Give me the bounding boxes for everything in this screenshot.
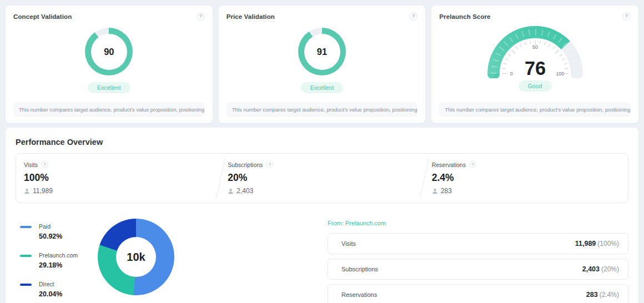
legend-percent: 50.92% bbox=[39, 233, 62, 240]
stat-count-value: 283 bbox=[441, 187, 452, 195]
source-breakdown-table: From: Prelaunch.com Visits 11,989(100%) … bbox=[328, 219, 628, 303]
score-ring-chart: 91 bbox=[298, 28, 346, 75]
score-badge: Good bbox=[519, 80, 552, 92]
stat-reservations: Reservations ? 2.4% 283 bbox=[424, 161, 628, 195]
help-icon[interactable]: ? bbox=[41, 161, 48, 168]
card-title: Concept Validation bbox=[13, 13, 72, 20]
legend-color-dash bbox=[20, 255, 32, 257]
legend-label: Direct bbox=[39, 281, 62, 287]
card-header: Price Validation ? bbox=[227, 12, 418, 21]
concept-validation-card: Concept Validation ? 90 Excellent This n… bbox=[6, 6, 213, 123]
score-value: 76 bbox=[525, 58, 546, 78]
traffic-donut: 10k bbox=[98, 219, 174, 295]
gauge-min-label: 0 bbox=[510, 71, 513, 77]
legend-color-dash bbox=[20, 284, 32, 286]
donut-center-total: 10k bbox=[116, 237, 156, 277]
panel-title: Performance Overview bbox=[16, 138, 628, 147]
stat-label: Visits bbox=[24, 161, 38, 168]
row-percent: (2.4%) bbox=[600, 291, 619, 299]
person-icon bbox=[24, 188, 30, 194]
gauge-mid-label: 50 bbox=[532, 44, 538, 50]
score-ring-chart: 90 bbox=[85, 28, 133, 75]
legend-percent: 20.04% bbox=[39, 290, 62, 298]
card-header: Prelaunch Score ? bbox=[439, 12, 631, 21]
person-icon bbox=[432, 188, 438, 194]
table-row: Subscriptions 2,403(20%) bbox=[328, 259, 628, 280]
legend-label: Paid bbox=[39, 223, 62, 230]
help-icon[interactable]: ? bbox=[197, 12, 205, 21]
score-cards-row: Concept Validation ? 90 Excellent This n… bbox=[6, 6, 638, 123]
row-value: 11,989(100%) bbox=[575, 240, 619, 248]
help-icon[interactable]: ? bbox=[266, 161, 273, 168]
table-row: Visits 11,989(100%) bbox=[328, 233, 628, 254]
price-validation-card: Price Validation ? 91 Excellent This num… bbox=[219, 6, 426, 123]
stat-count-value: 11,989 bbox=[33, 187, 53, 195]
dashboard-page: Concept Validation ? 90 Excellent This n… bbox=[0, 0, 644, 303]
score-value: 91 bbox=[304, 34, 340, 70]
stat-percent: 2.4% bbox=[432, 172, 628, 184]
person-icon bbox=[228, 188, 234, 194]
card-footer-note: This number compares target audience, pr… bbox=[439, 102, 631, 117]
help-icon[interactable]: ? bbox=[622, 12, 631, 21]
help-icon[interactable]: ? bbox=[469, 161, 476, 168]
gauge-chart: 0 50 100 76 bbox=[481, 22, 590, 80]
stat-visits: Visits ? 100% 11,989 bbox=[16, 161, 220, 195]
prelaunch-score-card: Prelaunch Score ? 0 bbox=[431, 6, 638, 123]
card-footer-note: This number compares target audience, pr… bbox=[227, 102, 418, 117]
row-percent: (20%) bbox=[601, 265, 619, 273]
stat-subscriptions: Subscriptions ? 20% 2,403 bbox=[220, 161, 424, 195]
row-label: Subscriptions bbox=[341, 266, 378, 272]
stat-count-value: 2,403 bbox=[237, 187, 253, 195]
legend-item-paid: Paid 50.92% bbox=[20, 223, 85, 240]
row-label: Visits bbox=[341, 240, 356, 247]
table-row: Reservations 283(2.4%) bbox=[328, 284, 628, 303]
stat-percent: 20% bbox=[228, 172, 424, 184]
funnel-stats-row: Visits ? 100% 11,989 Subscriptions ? 20% bbox=[16, 153, 628, 203]
row-value: 2,403(20%) bbox=[582, 265, 619, 273]
legend-percent: 29.18% bbox=[39, 261, 78, 269]
score-badge: Excellent bbox=[301, 82, 344, 93]
row-percent: (100%) bbox=[597, 240, 619, 248]
score-badge: Excellent bbox=[88, 82, 130, 93]
legend-color-dash bbox=[20, 226, 32, 228]
card-title: Price Validation bbox=[227, 13, 275, 20]
donut-legend: Paid 50.92% Prelaunch.com 29.18% bbox=[20, 219, 85, 303]
stat-label: Reservations bbox=[432, 161, 466, 168]
traffic-donut-block: Paid 50.92% Prelaunch.com 29.18% bbox=[16, 219, 328, 303]
legend-item-prelaunch: Prelaunch.com 29.18% bbox=[20, 252, 85, 269]
performance-overview-panel: Performance Overview Visits ? 100% 11,98… bbox=[6, 128, 638, 303]
card-header: Concept Validation ? bbox=[13, 12, 205, 21]
row-value: 283(2.4%) bbox=[586, 291, 619, 299]
card-footer-note: This number compares target audience, pr… bbox=[13, 102, 205, 117]
card-title: Prelaunch Score bbox=[439, 13, 490, 20]
legend-label: Prelaunch.com bbox=[39, 252, 78, 259]
stat-percent: 100% bbox=[24, 172, 220, 184]
gauge-max-label: 100 bbox=[556, 71, 564, 77]
stat-label: Subscriptions bbox=[228, 161, 263, 168]
help-icon[interactable]: ? bbox=[409, 12, 417, 21]
traffic-section: Paid 50.92% Prelaunch.com 29.18% bbox=[16, 219, 628, 303]
legend-item-direct: Direct 20.04% bbox=[20, 281, 85, 298]
row-label: Reservations bbox=[341, 291, 377, 298]
source-label: From: Prelaunch.com bbox=[328, 220, 628, 226]
score-value: 90 bbox=[91, 34, 127, 70]
